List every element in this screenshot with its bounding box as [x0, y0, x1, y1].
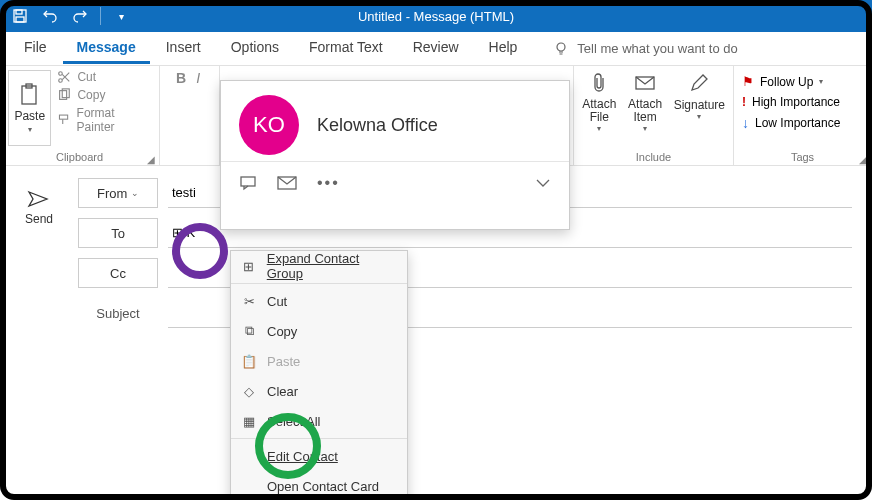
bold-button[interactable]: B — [176, 70, 186, 86]
svg-point-6 — [59, 79, 63, 83]
quick-access-toolbar: ▾ — [6, 2, 135, 30]
title-bar: ▾ Untitled - Message (HTML) — [0, 0, 872, 32]
group-clipboard: Paste ▾ Cut Copy Format Painter Clipboar… — [0, 66, 160, 165]
ctx-open-contact-card[interactable]: Open Contact Card — [231, 471, 407, 500]
svg-rect-2 — [16, 17, 24, 22]
svg-point-3 — [557, 43, 565, 51]
tell-me-search[interactable]: Tell me what you want to do — [553, 41, 737, 57]
format-painter-button[interactable]: Format Painter — [57, 106, 151, 134]
chat-icon[interactable] — [239, 175, 257, 191]
qat-customize-icon[interactable]: ▾ — [107, 2, 135, 30]
tab-insert[interactable]: Insert — [152, 33, 215, 64]
ribbon-tabs: File Message Insert Options Format Text … — [0, 32, 872, 66]
copy-button[interactable]: Copy — [57, 88, 151, 102]
window-title: Untitled - Message (HTML) — [358, 9, 514, 24]
envelope-icon — [634, 74, 656, 92]
to-button[interactable]: To — [78, 218, 158, 248]
cc-button[interactable]: Cc — [78, 258, 158, 288]
subject-label: Subject — [78, 306, 158, 321]
svg-rect-12 — [241, 177, 255, 186]
pen-icon — [689, 73, 709, 93]
annotation-circle-purple — [172, 223, 228, 279]
flag-icon: ⚑ — [742, 74, 754, 89]
chevron-down-icon[interactable] — [535, 178, 551, 188]
from-button[interactable]: From ⌄ — [78, 178, 158, 208]
annotation-circle-green — [255, 413, 321, 479]
tab-message[interactable]: Message — [63, 33, 150, 64]
follow-up-button[interactable]: ⚑ Follow Up ▾ — [742, 74, 863, 89]
tab-format-text[interactable]: Format Text — [295, 33, 397, 64]
ctx-copy[interactable]: ⧉ Copy — [231, 316, 407, 346]
down-arrow-icon: ↓ — [742, 115, 749, 131]
copy-icon — [57, 88, 71, 102]
copy-icon: ⧉ — [241, 323, 257, 339]
include-group-title: Include — [582, 151, 725, 163]
tab-options[interactable]: Options — [217, 33, 293, 64]
ctx-expand-group[interactable]: ⊞ Expand Contact Group — [231, 251, 407, 281]
ctx-cut[interactable]: ✂ Cut — [231, 286, 407, 316]
high-importance-button[interactable]: ! High Importance — [742, 95, 863, 109]
more-icon[interactable]: ••• — [317, 174, 340, 192]
svg-point-7 — [59, 72, 63, 76]
paste-icon — [19, 83, 41, 107]
tab-review[interactable]: Review — [399, 33, 473, 64]
signature-button[interactable]: Signature ▾ — [674, 70, 725, 133]
context-menu: ⊞ Expand Contact Group ✂ Cut ⧉ Copy 📋 Pa… — [230, 250, 408, 500]
italic-button[interactable]: I — [196, 70, 200, 86]
paperclip-icon — [589, 72, 609, 94]
attach-item-button[interactable]: Attach Item ▾ — [627, 70, 664, 133]
exclamation-icon: ! — [742, 95, 746, 109]
dialog-launcher-icon[interactable]: ◢ — [147, 154, 155, 165]
contact-hover-card: KO Kelowna Office ••• — [220, 80, 570, 230]
lightbulb-icon — [553, 41, 569, 57]
cut-button[interactable]: Cut — [57, 70, 151, 84]
attach-file-button[interactable]: Attach File ▾ — [582, 70, 617, 133]
mail-icon[interactable] — [277, 176, 297, 190]
dialog-launcher-icon[interactable]: ◢ — [859, 154, 867, 165]
paste-icon: 📋 — [241, 354, 257, 369]
send-button[interactable]: Send — [25, 190, 53, 226]
group-tags: ⚑ Follow Up ▾ ! High Importance ↓ Low Im… — [734, 66, 872, 165]
low-importance-button[interactable]: ↓ Low Importance — [742, 115, 863, 131]
avatar: KO — [239, 95, 299, 155]
contact-name: Kelowna Office — [317, 115, 438, 136]
undo-icon[interactable] — [36, 2, 64, 30]
group-basic-text: B I — [160, 66, 220, 165]
ctx-clear[interactable]: ◇ Clear — [231, 376, 407, 406]
ctx-paste: 📋 Paste — [231, 346, 407, 376]
svg-rect-4 — [22, 86, 36, 104]
save-icon[interactable] — [6, 2, 34, 30]
tab-help[interactable]: Help — [475, 33, 532, 64]
tab-file[interactable]: File — [10, 33, 61, 64]
scissors-icon — [57, 70, 71, 84]
select-all-icon: ▦ — [241, 414, 257, 429]
redo-icon[interactable] — [66, 2, 94, 30]
eraser-icon: ◇ — [241, 384, 257, 399]
svg-rect-10 — [60, 115, 68, 119]
tell-me-label: Tell me what you want to do — [577, 41, 737, 56]
svg-rect-1 — [16, 10, 22, 14]
group-include: Attach File ▾ Attach Item ▾ Signature ▾ … — [574, 66, 734, 165]
scissors-icon: ✂ — [241, 294, 257, 309]
clipboard-group-title: Clipboard◢ — [8, 151, 151, 163]
tags-group-title: Tags◢ — [742, 151, 863, 163]
paste-button[interactable]: Paste ▾ — [8, 70, 51, 146]
expand-icon: ⊞ — [241, 259, 257, 274]
paste-label: Paste — [14, 109, 45, 123]
paintbrush-icon — [57, 113, 70, 127]
send-icon — [27, 190, 51, 208]
